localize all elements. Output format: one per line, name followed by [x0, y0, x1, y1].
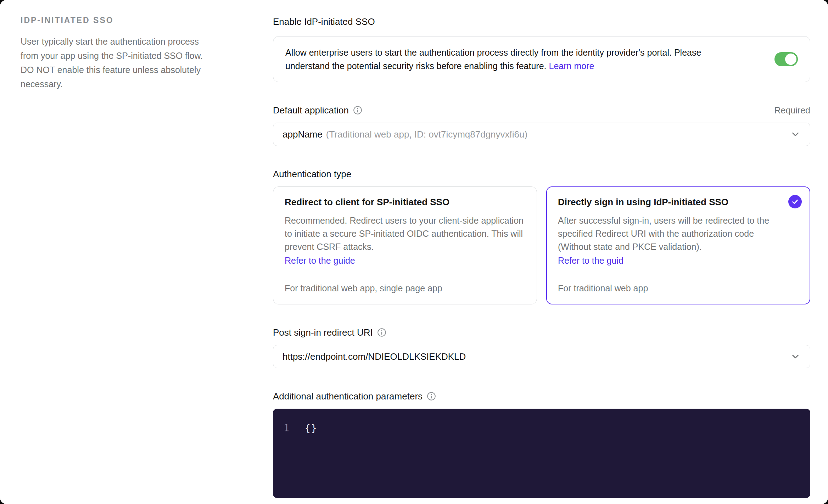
- authentication-type-label: Authentication type: [273, 168, 351, 180]
- toggle-knob: [785, 54, 796, 65]
- option-description: Recommended. Redirect users to your clie…: [285, 214, 525, 253]
- enable-sso-section: Enable IdP-initiated SSO Allow enterpris…: [273, 16, 810, 82]
- spacer: [285, 266, 525, 283]
- enable-sso-description: Allow enterprise users to start the auth…: [285, 46, 718, 73]
- required-badge: Required: [774, 104, 810, 116]
- option-card-idp-initiated[interactable]: Directly sign in using IdP-initiated SSO…: [546, 186, 810, 304]
- chevron-down-icon: [790, 129, 801, 140]
- info-icon[interactable]: [427, 392, 436, 401]
- selected-check-icon: [788, 195, 802, 208]
- default-application-value: appName: [282, 129, 323, 140]
- default-application-detail: (Traditional web app, ID: ovt7icymq87dgn…: [326, 129, 527, 140]
- redirect-uri-label: Post sign-in redirect URI: [273, 326, 373, 338]
- section-title: IDP-INITIATED SSO: [21, 16, 219, 25]
- option-title: Directly sign in using IdP-initiated SSO: [558, 197, 799, 208]
- authentication-type-section: Authentication type Redirect to client f…: [273, 168, 810, 304]
- option-description: After successful sign-in, users will be …: [558, 214, 788, 253]
- section-intro: IDP-INITIATED SSO User typically start t…: [21, 16, 219, 91]
- enable-sso-label: Enable IdP-initiated SSO: [273, 16, 375, 28]
- section-description: User typically start the authentication …: [21, 34, 214, 91]
- chevron-down-icon: [790, 351, 801, 362]
- redirect-uri-section: Post sign-in redirect URI https://endpoi…: [273, 326, 810, 368]
- enable-sso-description-text: Allow enterprise users to start the auth…: [285, 47, 701, 71]
- code-line-number: 1: [283, 423, 289, 433]
- refer-guide-link[interactable]: Refer to the guide: [285, 256, 525, 266]
- auth-parameters-code-editor[interactable]: 1 {}: [273, 409, 810, 498]
- auth-parameters-section: Additional authentication parameters 1 {…: [273, 390, 810, 498]
- spacer: [558, 266, 799, 283]
- code-content: {}: [305, 423, 317, 433]
- default-application-label: Default application: [273, 104, 349, 116]
- option-footer: For traditional web app: [558, 283, 799, 293]
- enable-sso-card: Allow enterprise users to start the auth…: [273, 36, 810, 82]
- option-title: Redirect to client for SP-initiated SSO: [285, 197, 525, 208]
- idp-sso-settings-panel: IDP-INITIATED SSO User typically start t…: [0, 0, 828, 504]
- info-icon[interactable]: [353, 106, 362, 115]
- redirect-uri-value: https://endpoint.com/NDIEOLDLKSIEKDKLD: [282, 351, 466, 362]
- idp-sso-form: Enable IdP-initiated SSO Allow enterpris…: [273, 16, 810, 498]
- redirect-uri-select[interactable]: https://endpoint.com/NDIEOLDLKSIEKDKLD: [273, 345, 810, 368]
- refer-guide-link[interactable]: Refer to the guid: [558, 256, 799, 266]
- learn-more-link[interactable]: Learn more: [549, 61, 594, 71]
- option-footer: For traditional web app, single page app: [285, 283, 525, 293]
- info-icon[interactable]: [377, 328, 386, 337]
- authentication-type-options: Redirect to client for SP-initiated SSO …: [273, 186, 810, 304]
- enable-sso-toggle[interactable]: [774, 52, 798, 66]
- default-application-select[interactable]: appName (Traditional web app, ID: ovt7ic…: [273, 123, 810, 146]
- default-application-section: Default application Required appName (Tr…: [273, 104, 810, 146]
- option-card-sp-initiated[interactable]: Redirect to client for SP-initiated SSO …: [273, 186, 537, 304]
- auth-parameters-label: Additional authentication parameters: [273, 390, 423, 402]
